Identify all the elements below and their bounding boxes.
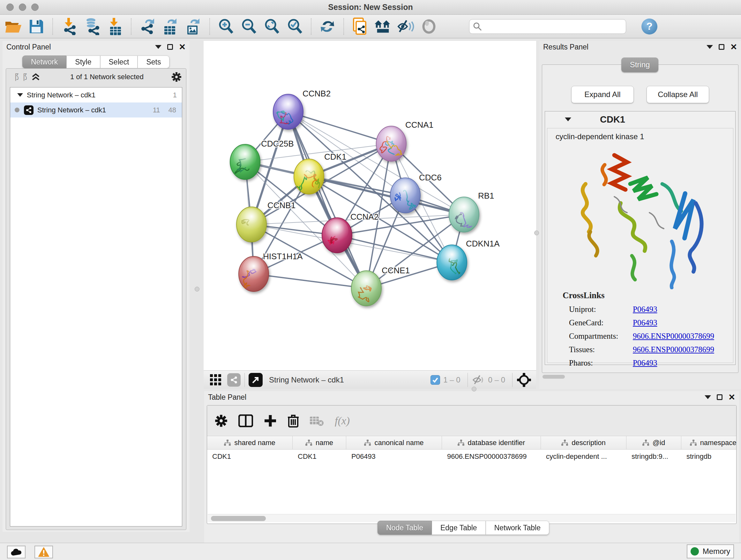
tab-network[interactable]: Network	[22, 56, 66, 68]
column-header-namespace[interactable]: namespace	[681, 436, 741, 449]
network-node-cdkn1a[interactable]	[437, 245, 467, 280]
selected-checkbox[interactable]	[430, 375, 440, 385]
birds-eye-view-icon[interactable]	[249, 373, 263, 387]
table-cell[interactable]: stringdb	[681, 449, 741, 463]
gear-icon[interactable]	[172, 72, 182, 82]
network-node-rb1[interactable]	[449, 197, 479, 232]
left-splitter-handle[interactable]	[195, 287, 199, 292]
crosslink-link[interactable]: P06493	[633, 305, 657, 314]
close-window-button[interactable]	[6, 3, 14, 11]
tab-string[interactable]: String	[621, 57, 658, 72]
float-panel-icon[interactable]	[719, 44, 724, 50]
crosslink-link[interactable]: P06493	[633, 359, 657, 368]
import-network-from-database-button[interactable]	[83, 17, 101, 36]
network-node-ccnb1[interactable]	[237, 207, 266, 242]
network-node-cdk1[interactable]	[294, 159, 324, 194]
column-header-shared-name[interactable]: shared name	[207, 436, 293, 449]
close-panel-icon[interactable]: ✕	[728, 393, 735, 401]
tab-network-table[interactable]: Network Table	[486, 521, 549, 535]
right-splitter-handle[interactable]	[534, 231, 539, 235]
string-view-icon[interactable]	[227, 373, 241, 387]
scrollbar-thumb[interactable]	[211, 516, 266, 521]
panel-menu-icon[interactable]	[706, 45, 713, 49]
zoom-selected-button[interactable]	[286, 17, 304, 36]
float-panel-icon[interactable]	[717, 394, 723, 400]
function-builder-button[interactable]: f(x)	[335, 415, 350, 427]
collapse-all-icon[interactable]: ⻏⻏	[10, 73, 27, 81]
clone-network-button[interactable]	[351, 17, 369, 36]
results-scrollbar[interactable]	[542, 375, 565, 379]
column-header--id[interactable]: @id	[626, 436, 681, 449]
gene-collapse-icon[interactable]	[565, 118, 571, 121]
crosslink-link[interactable]: P06493	[633, 318, 657, 327]
collapse-all-button[interactable]: Collapse All	[647, 86, 709, 103]
help-button[interactable]: ?	[642, 18, 657, 35]
network-edge[interactable]	[288, 112, 391, 144]
tab-sets[interactable]: Sets	[138, 56, 170, 68]
grid-view-icon[interactable]	[209, 374, 222, 386]
delete-column-button[interactable]	[287, 414, 299, 428]
zoom-window-button[interactable]	[31, 3, 39, 11]
network-collection-row[interactable]: String Network – cdk1 1	[10, 87, 182, 103]
table-options-button[interactable]	[215, 415, 227, 427]
show-all-nodes-button[interactable]	[374, 17, 392, 36]
network-edge[interactable]	[254, 274, 366, 288]
table-cell[interactable]: cyclin-dependent ...	[541, 449, 626, 463]
tab-edge-table[interactable]: Edge Table	[432, 521, 486, 535]
network-node-cdc6[interactable]	[390, 178, 420, 213]
column-header-description[interactable]: description	[541, 436, 626, 449]
apply-style-button[interactable]	[319, 17, 336, 36]
crosslink-link[interactable]: 9606.ENSP00000378699	[633, 332, 714, 341]
search-input[interactable]	[482, 22, 616, 30]
search-field[interactable]	[469, 19, 626, 34]
expand-all-button[interactable]: Expand All	[571, 86, 634, 103]
memory-button[interactable]: Memory	[687, 544, 734, 558]
zoom-in-button[interactable]	[217, 17, 235, 36]
presentation-mode-button[interactable]	[420, 17, 438, 36]
add-column-button[interactable]	[264, 415, 277, 427]
network-node-cdc25b[interactable]	[230, 144, 260, 179]
tab-select[interactable]: Select	[100, 56, 138, 68]
panel-menu-icon[interactable]	[704, 395, 711, 399]
export-table-button[interactable]	[161, 17, 179, 36]
float-panel-icon[interactable]	[167, 44, 173, 50]
network-edge[interactable]	[288, 112, 366, 288]
table-cell[interactable]: stringdb:9...	[626, 449, 681, 463]
network-node-ccna1[interactable]	[376, 126, 406, 161]
collection-expand-icon[interactable]	[17, 93, 23, 97]
table-cell[interactable]: P06493	[346, 449, 442, 463]
export-image-button[interactable]	[185, 17, 202, 36]
zoom-fit-button[interactable]	[263, 17, 281, 36]
tab-node-table[interactable]: Node Table	[378, 521, 432, 535]
import-network-file-button[interactable]	[60, 17, 78, 36]
cloud-status-button[interactable]	[7, 546, 25, 558]
column-header-name[interactable]: name	[293, 436, 346, 449]
crosshair-icon[interactable]	[516, 372, 532, 388]
close-panel-icon[interactable]: ✕	[730, 43, 737, 51]
export-network-button[interactable]	[138, 17, 156, 36]
crosslink-link[interactable]: 9606.ENSP00000378699	[633, 345, 714, 354]
delete-table-button[interactable]	[310, 415, 324, 426]
column-header-canonical-name[interactable]: canonical name	[346, 436, 442, 449]
expand-all-icon[interactable]	[31, 73, 40, 81]
close-panel-icon[interactable]: ✕	[179, 43, 186, 51]
import-table-button[interactable]	[106, 17, 124, 36]
warnings-button[interactable]	[35, 546, 53, 558]
tab-style[interactable]: Style	[66, 56, 100, 68]
show-columns-button[interactable]	[239, 415, 253, 427]
network-node-ccne1[interactable]	[351, 271, 381, 306]
network-edge[interactable]	[337, 235, 452, 262]
open-session-button[interactable]	[4, 17, 22, 36]
panel-menu-icon[interactable]	[155, 45, 161, 49]
network-node-ccnb2[interactable]	[273, 94, 303, 129]
hide-selected-button[interactable]	[397, 17, 415, 36]
network-row-selected[interactable]: String Network – cdk1 11 48	[10, 103, 182, 118]
zoom-out-button[interactable]	[240, 17, 258, 36]
table-cell[interactable]: CDK1	[293, 449, 346, 463]
table-cell[interactable]: CDK1	[207, 449, 293, 463]
table-row[interactable]: CDK1CDK1P064939606.ENSP00000378699cyclin…	[207, 449, 736, 463]
network-canvas[interactable]: CCNB2CCNA1CDC25BCDK1CDC6RB1CCNB1CCNA2CDK…	[204, 41, 536, 370]
table-cell[interactable]: 9606.ENSP00000378699	[442, 449, 541, 463]
save-session-button[interactable]	[27, 17, 45, 36]
network-node-hist1h1a[interactable]	[239, 256, 269, 292]
